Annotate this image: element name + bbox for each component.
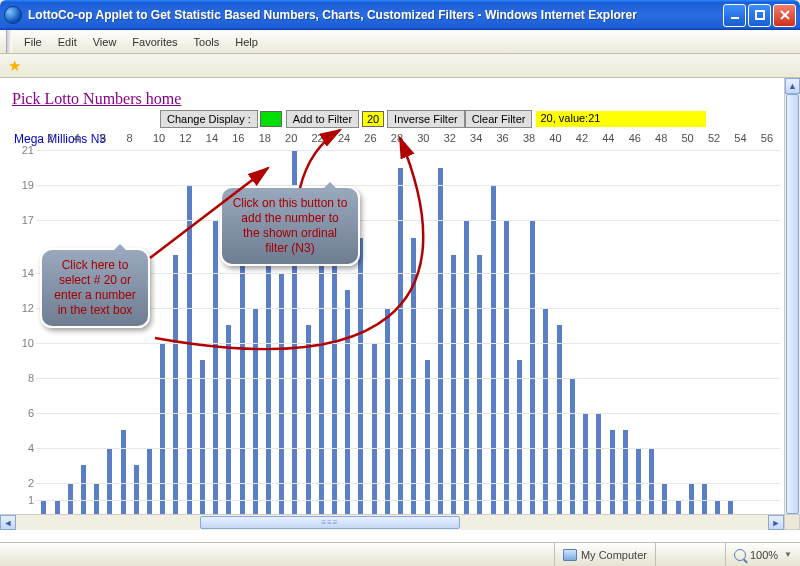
chart-bar[interactable] [200,360,205,518]
chart-bar[interactable] [425,360,430,518]
inverse-filter-button[interactable]: Inverse Filter [387,110,465,128]
chart-bar[interactable] [134,465,139,518]
menu-file[interactable]: File [16,34,50,50]
status-readout: 20, value:21 [536,111,706,127]
favorites-star-icon[interactable]: ★ [8,57,21,75]
window-minimize-button[interactable] [723,4,746,27]
menu-grip [6,30,12,53]
security-zone[interactable]: My Computer [554,543,655,566]
zoom-icon [734,549,746,561]
chart-bar[interactable] [610,430,615,518]
chart-bar[interactable] [491,185,496,518]
ie-logo-icon [4,6,22,24]
window-close-button[interactable] [773,4,796,27]
menu-edit[interactable]: Edit [50,34,85,50]
chart-bar[interactable] [226,325,231,518]
vertical-scrollbar[interactable]: ▲ ▼ [784,78,800,530]
number-input[interactable]: 20 [362,111,384,127]
chart-bar[interactable] [187,185,192,518]
chart-bar[interactable] [306,325,311,518]
chart-bar[interactable] [81,465,86,518]
chart-bar[interactable] [332,255,337,518]
chart-bar[interactable] [121,430,126,518]
window-title: LottoCo-op Applet to Get Statistic Based… [28,8,721,22]
chart-bar[interactable] [451,255,456,518]
add-to-filter-button[interactable]: Add to Filter [286,110,359,128]
clear-filter-button[interactable]: Clear Filter [465,110,533,128]
chart-bar[interactable] [596,413,601,518]
chart-plot[interactable] [38,150,780,518]
computer-icon [563,549,577,561]
zoom-control[interactable]: 100% ▼ [725,543,800,566]
change-display-button[interactable]: Change Display : [160,110,258,128]
window-maximize-button[interactable] [748,4,771,27]
menu-view[interactable]: View [85,34,125,50]
chart-bar[interactable] [557,325,562,518]
svg-rect-1 [756,11,764,19]
chart-bar[interactable] [464,220,469,518]
chart-bar[interactable] [623,430,628,518]
chart-bar[interactable] [160,343,165,518]
window-titlebar: LottoCo-op Applet to Get Statistic Based… [0,0,800,30]
chart-bar[interactable] [173,255,178,518]
menu-tools[interactable]: Tools [186,34,228,50]
page-body: Pick Lotto Numbers home Change Display :… [0,78,784,514]
menu-help[interactable]: Help [227,34,266,50]
browser-statusbar: My Computer 100% ▼ [0,542,800,566]
browser-content: Pick Lotto Numbers home Change Display :… [0,78,800,542]
horizontal-scrollbar[interactable]: ◄ ≡≡≡ ► [0,514,784,530]
chart-bar[interactable] [372,343,377,518]
chart-bar[interactable] [213,220,218,518]
chart-bar[interactable] [517,360,522,518]
chart-bar[interactable] [477,255,482,518]
home-link[interactable]: Pick Lotto Numbers home [12,90,181,108]
scroll-v-thumb[interactable] [786,94,799,514]
chevron-down-icon: ▼ [784,550,792,559]
callout-add-to-filter: Click on this button to add the number t… [220,186,360,266]
scroll-h-thumb[interactable]: ≡≡≡ [200,516,460,529]
scroll-up-icon[interactable]: ▲ [785,78,800,94]
menu-bar: File Edit View Favorites Tools Help [0,30,800,54]
protected-mode-cell[interactable] [655,543,725,566]
zoom-value: 100% [750,549,778,561]
callout-select-number: Click here to select # 20 or enter a num… [40,248,150,328]
applet-toolbar: Change Display : Add to Filter 20 Invers… [160,110,706,128]
favorites-bar: ★ [0,54,800,78]
chart-bar[interactable] [583,413,588,518]
scroll-right-icon[interactable]: ► [768,515,784,530]
chart-bar[interactable] [530,220,535,518]
color-swatch[interactable] [260,111,282,127]
menu-favorites[interactable]: Favorites [124,34,185,50]
scroll-corner [784,514,800,530]
scroll-left-icon[interactable]: ◄ [0,515,16,530]
zone-label: My Computer [581,549,647,561]
chart-bar[interactable] [504,220,509,518]
chart-bar[interactable] [279,273,284,518]
